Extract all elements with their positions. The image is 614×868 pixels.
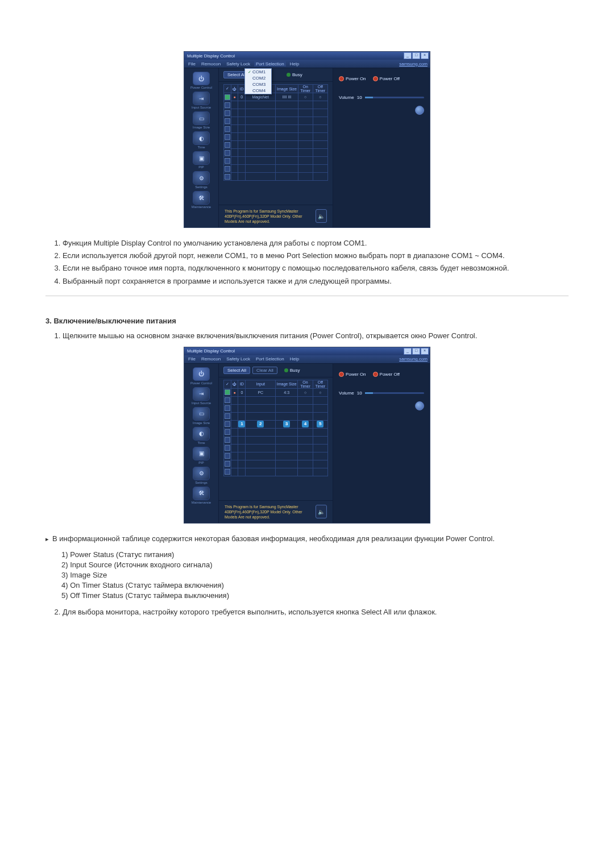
row-checkbox[interactable] (225, 413, 230, 419)
row-checkbox[interactable] (225, 166, 230, 172)
sidebar-item-pip[interactable]: ▣PIP (188, 151, 215, 169)
table-row[interactable] (224, 117, 328, 125)
table-row[interactable] (224, 149, 328, 157)
row-checkbox[interactable] (225, 134, 230, 140)
close-button[interactable]: × (421, 348, 429, 355)
power-off-button[interactable]: Power Off (373, 76, 400, 81)
sidebar-item-power[interactable]: ⏻Power Control (188, 72, 215, 89)
table-row[interactable] (224, 101, 328, 109)
sidebar-item-settings[interactable]: ⚙Settings (188, 467, 215, 484)
select-all-button[interactable]: Select All (223, 367, 250, 374)
window-buttons: _ □ × (404, 52, 429, 59)
maximize-button[interactable]: □ (412, 52, 420, 59)
menu-safety-lock[interactable]: Safety Lock (225, 356, 252, 362)
menu-remocon[interactable]: Remocon (200, 61, 222, 67)
minimize-button[interactable]: _ (404, 348, 412, 355)
clear-all-button[interactable]: Clear All (252, 367, 277, 374)
row-checkbox[interactable] (225, 158, 230, 164)
maximize-button[interactable]: □ (412, 348, 420, 355)
sidebar-item-settings[interactable]: ⚙Settings (188, 171, 215, 189)
menu-file[interactable]: File (186, 356, 197, 362)
row-checkbox[interactable] (225, 461, 230, 467)
row-checkbox[interactable] (225, 174, 230, 180)
row-checkbox[interactable] (225, 94, 230, 100)
sidebar-item-pip[interactable]: ▣PIP (188, 447, 215, 464)
sidebar-item-image-size[interactable]: ▭Image Size (188, 111, 215, 129)
volume-label: Volume (339, 95, 354, 100)
table-row[interactable] (224, 133, 328, 141)
table-row[interactable]: 12345 (224, 420, 328, 428)
table-row[interactable] (224, 404, 328, 412)
table-row[interactable] (224, 428, 328, 436)
menu-help[interactable]: Help (288, 61, 301, 67)
wrench-icon: 🛠 (193, 191, 210, 205)
row-checkbox[interactable] (225, 437, 230, 443)
row-checkbox[interactable] (225, 469, 230, 475)
menu-file[interactable]: File (186, 61, 197, 67)
table-row[interactable] (224, 125, 328, 133)
menu-help[interactable]: Help (288, 356, 301, 362)
speaker-icon[interactable]: 🔈 (316, 505, 327, 518)
row-checkbox[interactable] (225, 126, 230, 132)
power-on-button[interactable]: Power On (339, 76, 366, 81)
dd-com3[interactable]: COM3 (245, 81, 271, 88)
menu-port-selection[interactable]: Port Selection (254, 356, 286, 362)
sidebar-item-power[interactable]: ⏻Power Control (188, 367, 215, 385)
grid-wrap: ✓ ⏻ ID Input Image Size On Timer Off Tim… (219, 377, 333, 500)
table-row[interactable] (224, 452, 328, 460)
table-row[interactable] (224, 109, 328, 117)
table-row[interactable] (224, 141, 328, 149)
table-row[interactable] (224, 396, 328, 404)
row-checkbox[interactable] (225, 150, 230, 156)
volume-slider[interactable] (365, 392, 424, 394)
row-checkbox[interactable] (225, 118, 230, 124)
table-row[interactable] (224, 460, 328, 468)
table-row[interactable] (224, 173, 328, 181)
pip-icon: ▣ (193, 151, 210, 165)
table-row[interactable] (224, 412, 328, 420)
sidebar-item-input[interactable]: ⇥Input Source (188, 387, 215, 405)
row-checkbox[interactable] (225, 110, 230, 116)
power-on-button[interactable]: Power On (339, 372, 366, 377)
menu-remocon[interactable]: Remocon (200, 356, 222, 362)
sidebar-item-maintenance[interactable]: 🛠Maintenance (188, 487, 215, 504)
sidebar-item-time[interactable]: ◐Time (188, 427, 215, 445)
samsung-link[interactable]: samsung.com (399, 61, 428, 67)
sidebar-item-input[interactable]: ⇥Input Source (188, 92, 215, 109)
row-checkbox[interactable] (225, 142, 230, 148)
volume-slider[interactable] (365, 97, 424, 98)
speaker-icon[interactable]: 🔈 (316, 209, 327, 223)
sidebar-item-time[interactable]: ◐Time (188, 131, 215, 149)
minimize-button[interactable]: _ (404, 52, 412, 59)
table-row[interactable] (224, 165, 328, 173)
row-checkbox[interactable] (225, 453, 230, 459)
row-checkbox[interactable] (225, 102, 230, 108)
sidebar-item-image-size[interactable]: ▭Image Size (188, 407, 215, 425)
sidebar-item-maintenance[interactable]: 🛠Maintenance (188, 191, 215, 209)
menu-port-selection[interactable]: Port Selection (254, 61, 286, 67)
table-row[interactable]: ● 0 PC 4:3 ○ ○ (224, 388, 328, 396)
row-checkbox[interactable] (225, 397, 230, 403)
volume-knob[interactable] (415, 106, 424, 115)
section-heading-3: 3. Включение/выключение питания (45, 317, 569, 325)
table-row[interactable] (224, 444, 328, 452)
row-checkbox[interactable] (225, 421, 230, 427)
table-row[interactable] (224, 436, 328, 444)
dd-com2[interactable]: COM2 (245, 75, 271, 81)
divider (45, 296, 569, 296)
table-row[interactable] (224, 157, 328, 165)
table-row[interactable]: ● 0 MagicNet IIII III ○ ○ (224, 93, 328, 101)
row-checkbox[interactable] (225, 445, 230, 451)
close-button[interactable]: × (421, 52, 429, 59)
power-off-button[interactable]: Power Off (373, 372, 400, 377)
dd-com1[interactable]: ✓COM1 (245, 69, 271, 75)
row-checkbox[interactable] (225, 429, 230, 435)
dd-com4[interactable]: COM4 (245, 88, 271, 94)
menu-safety-lock[interactable]: Safety Lock (225, 61, 252, 67)
row-checkbox[interactable] (225, 389, 230, 395)
row-checkbox[interactable] (225, 405, 230, 411)
table-row[interactable] (224, 468, 328, 476)
volume-knob[interactable] (415, 401, 424, 410)
samsung-link[interactable]: samsung.com (399, 356, 428, 362)
text-block-1: Функция Multiple Display Control по умол… (45, 238, 569, 286)
